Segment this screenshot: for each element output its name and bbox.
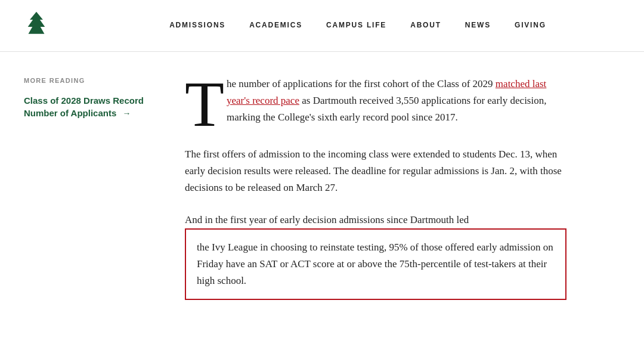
sidebar-link-line1: Class of 2028 Draws Record	[24, 95, 144, 106]
more-reading-label: More Reading	[24, 76, 155, 86]
sidebar-link-line2: Number of Applicants	[24, 108, 116, 118]
dartmouth-logo	[24, 11, 49, 36]
paragraph-2-intro: And in the first year of early decision …	[185, 212, 566, 228]
drop-cap-paragraph: The number of applications for the first…	[185, 76, 566, 131]
sidebar: More Reading Class of 2028 Draws Record …	[24, 76, 155, 316]
nav-giving[interactable]: Giving	[515, 20, 546, 31]
sidebar-article-link[interactable]: Class of 2028 Draws Record Number of App…	[24, 94, 155, 120]
sidebar-arrow: →	[122, 108, 131, 120]
drop-cap-letter: T	[185, 78, 227, 131]
article-body: The number of applications for the first…	[185, 76, 566, 316]
nav-academics[interactable]: Academics	[249, 20, 302, 31]
main-nav: Admissions Academics Campus Life About N…	[95, 20, 620, 31]
nav-admissions[interactable]: Admissions	[169, 20, 225, 31]
highlight-box: the Ivy League in choosing to reinstate …	[185, 228, 566, 300]
nav-about[interactable]: About	[410, 20, 441, 31]
nav-news[interactable]: News	[465, 20, 491, 31]
logo-area	[24, 11, 95, 41]
paragraph-1: The first offers of admission to the inc…	[185, 146, 566, 196]
intro-paragraph: he number of applications for the first …	[227, 78, 546, 123]
nav-campus-life[interactable]: Campus Life	[326, 20, 386, 31]
paragraph-2-with-box: And in the first year of early decision …	[185, 212, 566, 300]
